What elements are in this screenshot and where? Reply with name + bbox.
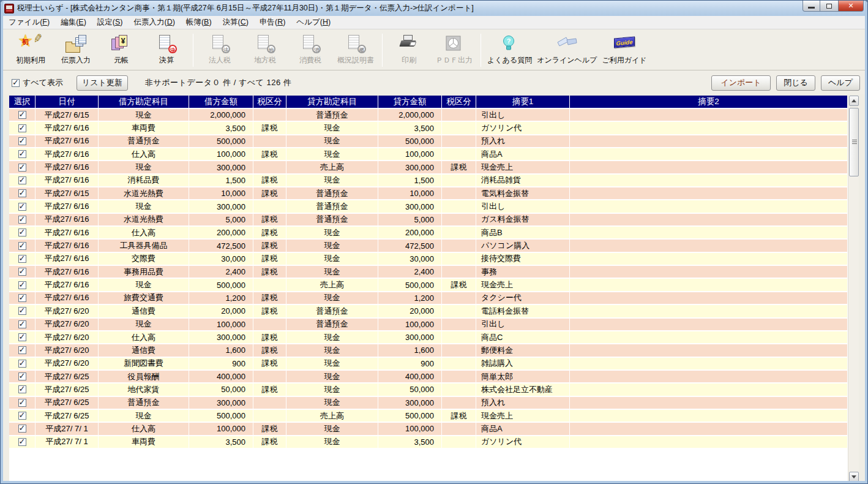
help-button[interactable]: ヘルプ (821, 75, 860, 91)
row-select-cell[interactable] (9, 135, 36, 148)
row-checkbox[interactable] (18, 281, 26, 289)
row-select-cell[interactable] (9, 240, 36, 252)
row-checkbox[interactable] (18, 307, 26, 315)
row-checkbox[interactable] (18, 294, 26, 302)
table-row[interactable]: 平成27/ 6/16 工具器具備品 472,500 課税 現金 472,500 … (9, 240, 848, 252)
list-refresh-button[interactable]: リスト更新 (77, 75, 128, 91)
row-select-cell[interactable] (9, 397, 36, 410)
row-select-cell[interactable] (9, 331, 36, 344)
table-row[interactable]: 平成27/ 6/16 旅費交通費 1,200 課税 現金 1,200 タクシー代 (9, 292, 848, 305)
table-row[interactable]: 平成27/ 6/16 仕入高 200,000 課税 現金 200,000 商品B (9, 227, 848, 240)
row-checkbox[interactable] (18, 189, 26, 197)
row-select-cell[interactable] (9, 187, 36, 200)
row-select-cell[interactable] (9, 371, 36, 384)
toolbar-voucher-input[interactable]: 伝票入力 (53, 33, 99, 67)
toolbar-settlement[interactable]: 決 決算 (144, 33, 189, 67)
toolbar-faq[interactable]: ? よくある質問 (485, 33, 534, 67)
maximize-button[interactable] (820, 1, 838, 12)
row-checkbox[interactable] (18, 176, 26, 184)
row-checkbox[interactable] (18, 360, 26, 368)
vertical-scrollbar[interactable] (848, 96, 859, 482)
row-checkbox[interactable] (18, 164, 26, 172)
table-row[interactable]: 平成27/ 6/16 現金 500,000 売上高 500,000 課税 現金売… (9, 279, 848, 292)
table-row[interactable]: 平成27/ 6/25 役員報酬 400,000 現金 400,000 簡単太郎 (9, 371, 848, 384)
row-checkbox[interactable] (18, 372, 26, 380)
table-row[interactable]: 平成27/ 6/25 普通預金 300,000 現金 300,000 預入れ (9, 397, 848, 410)
row-checkbox[interactable] (18, 137, 26, 145)
row-checkbox[interactable] (18, 346, 26, 354)
toolbar-user-guide[interactable]: Guide ご利用ガイド (599, 33, 649, 67)
row-select-cell[interactable] (9, 266, 36, 279)
table-row[interactable]: 平成27/ 6/25 現金 500,000 売上高 500,000 課税 現金売… (9, 410, 848, 423)
row-checkbox[interactable] (18, 412, 26, 420)
menu-tax-return[interactable]: 申告(R) (254, 16, 291, 29)
row-select-cell[interactable] (9, 384, 36, 396)
table-row[interactable]: 平成27/ 6/16 現金 300,000 普通預金 300,000 引出し (9, 200, 848, 213)
row-select-cell[interactable] (9, 227, 36, 240)
table-row[interactable]: 平成27/ 6/16 仕入高 100,000 課税 現金 100,000 商品A (9, 148, 848, 161)
scrollbar-thumb[interactable] (849, 108, 859, 176)
row-select-cell[interactable] (9, 436, 36, 449)
table-row[interactable]: 平成27/ 6/16 交際費 30,000 課税 現金 30,000 接待交際費 (9, 253, 848, 266)
menu-edit[interactable]: 編集(E) (55, 16, 92, 29)
row-checkbox[interactable] (18, 425, 26, 433)
toolbar-online-help[interactable]: オンラインヘルプ (534, 33, 599, 67)
table-row[interactable]: 平成27/ 6/16 車両費 3,500 課税 現金 3,500 ガソリン代 (9, 122, 848, 135)
table-row[interactable]: 平成27/ 6/16 事務用品費 2,400 課税 現金 2,400 事務 (9, 266, 848, 279)
menu-books[interactable]: 帳簿(B) (181, 16, 217, 29)
table-row[interactable]: 平成27/ 6/15 水道光熱費 10,000 課税 普通預金 10,000 電… (9, 187, 848, 200)
table-row[interactable]: 平成27/ 6/20 仕入高 300,000 課税 現金 300,000 商品C (9, 331, 848, 344)
row-checkbox[interactable] (18, 268, 26, 276)
row-select-cell[interactable] (9, 292, 36, 305)
table-row[interactable]: 平成27/ 7/ 1 車両費 3,500 課税 現金 3,500 ガソリン代 (9, 436, 848, 449)
row-checkbox[interactable] (18, 150, 26, 158)
titlebar[interactable]: 税理士いらず - [株式会社カンタン商事・第１期(平成27年 6月15日～平成2… (1, 1, 867, 16)
scroll-down-button[interactable] (849, 472, 859, 482)
toolbar-initial-use[interactable]: ★初✎ 初期利用 (8, 33, 53, 67)
row-select-cell[interactable] (9, 358, 36, 371)
menu-file[interactable]: ファイル(F) (3, 16, 55, 29)
row-select-cell[interactable] (9, 423, 36, 436)
row-checkbox[interactable] (18, 229, 26, 236)
row-checkbox[interactable] (18, 203, 26, 211)
menu-help[interactable]: ヘルプ(H) (291, 16, 336, 29)
table-row[interactable]: 平成27/ 6/20 現金 100,000 普通預金 100,000 引出し (9, 319, 848, 331)
table-row[interactable]: 平成27/ 7/ 1 仕入高 100,000 課税 現金 100,000 商品A (9, 423, 848, 436)
row-checkbox[interactable] (18, 255, 26, 263)
table-row[interactable]: 平成27/ 6/20 通信費 20,000 課税 普通預金 20,000 電話料… (9, 305, 848, 318)
row-select-cell[interactable] (9, 148, 36, 161)
table-row[interactable]: 平成27/ 6/25 地代家賃 50,000 課税 現金 50,000 株式会社… (9, 384, 848, 396)
row-select-cell[interactable] (9, 200, 36, 213)
menu-voucher-input[interactable]: 伝票入力(D) (129, 16, 181, 29)
row-checkbox[interactable] (18, 333, 26, 341)
row-checkbox[interactable] (18, 111, 26, 119)
row-select-cell[interactable] (9, 253, 36, 266)
row-checkbox[interactable] (18, 216, 26, 224)
row-checkbox[interactable] (18, 385, 26, 393)
row-select-cell[interactable] (9, 161, 36, 174)
row-select-cell[interactable] (9, 410, 36, 423)
table-row[interactable]: 平成27/ 6/20 新聞図書費 900 課税 現金 900 雑誌購入 (9, 358, 848, 371)
table-row[interactable]: 平成27/ 6/20 通信費 1,600 課税 現金 1,600 郵便料金 (9, 344, 848, 357)
table-row[interactable]: 平成27/ 6/16 水道光熱費 5,000 課税 普通預金 5,000 ガス料… (9, 214, 848, 227)
row-select-cell[interactable] (9, 175, 36, 187)
row-select-cell[interactable] (9, 214, 36, 227)
row-checkbox[interactable] (18, 399, 26, 407)
menu-settings[interactable]: 設定(S) (92, 16, 129, 29)
table-row[interactable]: 平成27/ 6/15 現金 2,000,000 普通預金 2,000,000 引… (9, 109, 848, 122)
row-select-cell[interactable] (9, 279, 36, 292)
row-checkbox[interactable] (18, 124, 26, 132)
import-button[interactable]: インポート (711, 75, 771, 91)
row-checkbox[interactable] (18, 320, 26, 328)
row-checkbox[interactable] (18, 242, 26, 250)
minimize-button[interactable] (803, 1, 820, 12)
row-select-cell[interactable] (9, 122, 36, 135)
scroll-up-button[interactable] (849, 96, 859, 106)
row-select-cell[interactable] (9, 319, 36, 331)
table-row[interactable]: 平成27/ 6/16 現金 300,000 売上高 300,000 課税 現金売… (9, 161, 848, 174)
toolbar-ledger[interactable]: ¥ 元帳 (99, 33, 144, 67)
row-select-cell[interactable] (9, 109, 36, 122)
row-select-cell[interactable] (9, 344, 36, 357)
menu-settlement[interactable]: 決算(C) (217, 16, 254, 29)
row-select-cell[interactable] (9, 305, 36, 318)
